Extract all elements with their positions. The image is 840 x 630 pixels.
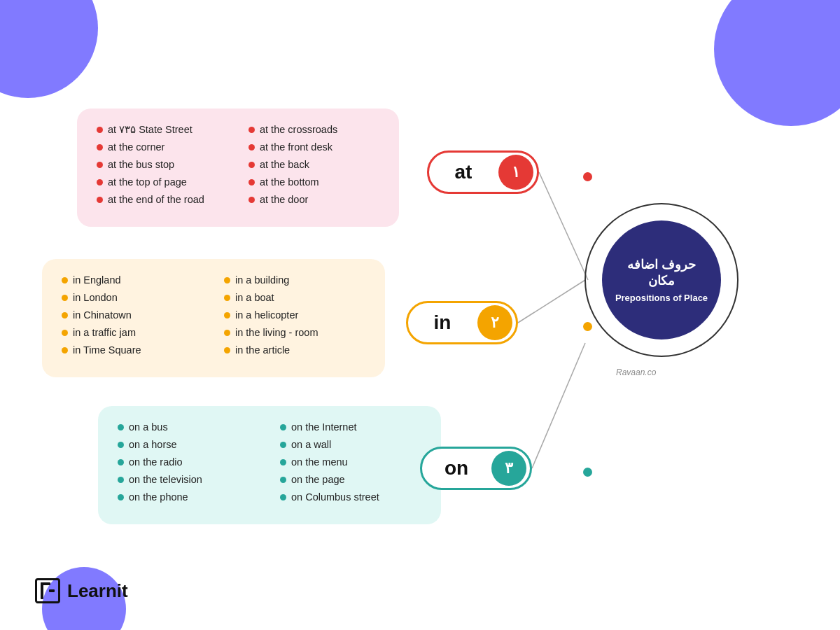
svg-line-1 — [518, 280, 585, 323]
logo-text: Learnit — [67, 580, 128, 602]
list-item: on a horse — [118, 439, 259, 450]
list-item: on the page — [280, 474, 421, 485]
list-item: at the bus stop — [97, 159, 227, 170]
bullet-dot — [62, 347, 68, 354]
at-card: at ۷۳۵ State Street at the corner at the… — [77, 108, 399, 227]
list-item: on the television — [118, 474, 259, 485]
list-item: at the top of page — [97, 176, 227, 188]
bullet-dot — [224, 330, 230, 336]
bullet-dot — [118, 442, 124, 448]
bullet-dot — [280, 477, 286, 483]
bullet-dot — [280, 494, 286, 500]
svg-rect-5 — [49, 589, 55, 592]
bullet-dot — [62, 312, 68, 318]
list-item: at the bottom — [248, 176, 379, 188]
list-item: at ۷۳۵ State Street — [97, 124, 227, 135]
svg-line-0 — [539, 172, 588, 280]
list-item: on the phone — [118, 491, 259, 503]
bullet-dot — [224, 277, 230, 284]
list-item: in a boat — [224, 292, 365, 303]
list-item: in a building — [224, 274, 365, 286]
at-col2: at the crossroads at the front desk at t… — [248, 124, 379, 211]
list-item: on the menu — [280, 456, 421, 468]
list-item: at the corner — [97, 141, 227, 153]
bullet-dot — [118, 494, 124, 500]
bullet-dot — [97, 179, 103, 186]
bullet-dot — [248, 127, 255, 133]
on-col2: on the Internet on a wall on the menu on… — [280, 421, 421, 509]
list-item: in the article — [224, 344, 365, 356]
bullet-dot — [248, 197, 255, 203]
list-item: at the door — [248, 194, 379, 205]
in-col1: in England in London in Chinatown in a t… — [62, 274, 203, 362]
bullet-dot — [97, 144, 103, 150]
bullet-dot — [248, 162, 255, 168]
bullet-dot — [118, 424, 124, 430]
list-item: in the living - room — [224, 327, 365, 338]
bullet-dot — [224, 312, 230, 318]
blob-top-right — [714, 0, 840, 126]
list-item: on a bus — [118, 421, 259, 433]
toggle-at-label: at — [433, 161, 494, 183]
bullet-dot — [280, 424, 286, 430]
learnit-logo-svg — [39, 581, 56, 601]
bullet-dot — [280, 459, 286, 465]
source-label: Ravaan.co — [616, 368, 656, 377]
svg-line-2 — [532, 343, 585, 468]
toggle-in: in ۲ — [406, 301, 518, 344]
bullet-dot — [248, 179, 255, 186]
toggle-on: on ۳ — [420, 447, 532, 490]
list-item: in a traffic jam — [62, 327, 203, 338]
list-item: at the crossroads — [248, 124, 379, 135]
at-col1: at ۷۳۵ State Street at the corner at the… — [97, 124, 227, 211]
toggle-at: at ۱ — [427, 150, 539, 194]
toggle-on-label: on — [426, 457, 487, 479]
connector-dot-at — [583, 172, 592, 181]
logo-icon — [35, 578, 60, 603]
list-item: in Time Square — [62, 344, 203, 356]
list-item: in England — [62, 274, 203, 286]
bullet-dot — [248, 144, 255, 150]
list-item: in a helicopter — [224, 309, 365, 321]
on-card: on a bus on a horse on the radio on the … — [98, 406, 441, 524]
center-circle-outer: حروف اضافه مکان Prepositions of Place — [584, 203, 738, 357]
list-item: on a wall — [280, 439, 421, 450]
bullet-dot — [224, 347, 230, 354]
bullet-dot — [62, 330, 68, 336]
list-item: on the radio — [118, 456, 259, 468]
bullet-dot — [97, 162, 103, 168]
logo: Learnit — [35, 578, 128, 603]
connector-dot-on — [583, 468, 592, 477]
toggle-on-number: ۳ — [491, 451, 526, 486]
center-circle-inner: حروف اضافه مکان Prepositions of Place — [602, 220, 721, 340]
on-col1: on a bus on a horse on the radio on the … — [118, 421, 259, 509]
bullet-dot — [97, 127, 103, 133]
toggle-in-label: in — [412, 312, 473, 334]
bullet-dot — [62, 295, 68, 301]
in-card: in England in London in Chinatown in a t… — [42, 259, 385, 377]
bullet-dot — [97, 197, 103, 203]
list-item: at the back — [248, 159, 379, 170]
bullet-dot — [224, 295, 230, 301]
list-item: in Chinatown — [62, 309, 203, 321]
svg-rect-4 — [41, 582, 50, 585]
bullet-dot — [280, 442, 286, 448]
list-item: at the end of the road — [97, 194, 227, 205]
toggle-at-number: ۱ — [498, 155, 533, 190]
bullet-dot — [118, 477, 124, 483]
bullet-dot — [118, 459, 124, 465]
list-item: in London — [62, 292, 203, 303]
center-arabic: حروف اضافه مکان — [627, 257, 696, 290]
blob-top-left — [0, 0, 98, 98]
center-english: Prepositions of Place — [615, 293, 708, 303]
in-col2: in a building in a boat in a helicopter … — [224, 274, 365, 362]
bullet-dot — [62, 277, 68, 284]
list-item: on the Internet — [280, 421, 421, 433]
list-item: at the front desk — [248, 141, 379, 153]
toggle-in-number: ۲ — [477, 305, 512, 340]
connector-dot-in — [583, 322, 592, 331]
list-item: on Columbus street — [280, 491, 421, 503]
